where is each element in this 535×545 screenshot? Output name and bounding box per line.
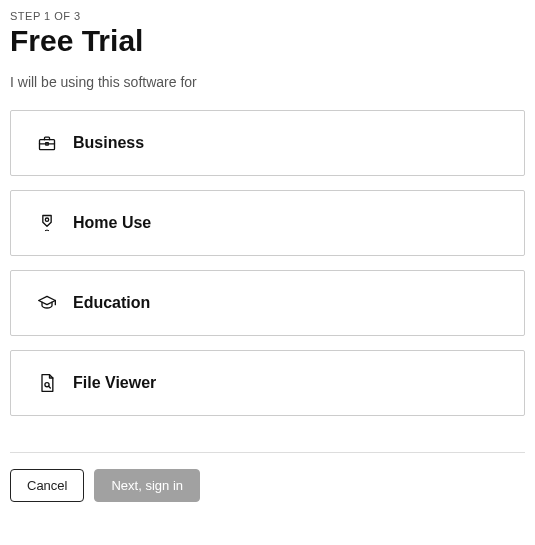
option-label: Home Use xyxy=(73,214,151,232)
option-label: Business xyxy=(73,134,144,152)
next-button[interactable]: Next, sign in xyxy=(94,469,200,502)
option-label: File Viewer xyxy=(73,374,156,392)
option-business[interactable]: Business xyxy=(10,110,525,176)
prompt-text: I will be using this software for xyxy=(10,74,525,90)
step-indicator: STEP 1 OF 3 xyxy=(10,10,525,22)
option-label: Education xyxy=(73,294,150,312)
page-title: Free Trial xyxy=(10,24,525,58)
option-home-use[interactable]: Home Use xyxy=(10,190,525,256)
option-list: Business Home Use Education File Viewer xyxy=(10,110,525,416)
option-file-viewer[interactable]: File Viewer xyxy=(10,350,525,416)
home-badge-icon xyxy=(37,213,57,233)
divider xyxy=(10,452,525,453)
svg-point-2 xyxy=(45,218,48,221)
file-viewer-icon xyxy=(37,373,57,393)
graduation-cap-icon xyxy=(37,293,57,313)
footer-buttons: Cancel Next, sign in xyxy=(10,469,525,502)
briefcase-icon xyxy=(37,133,57,153)
cancel-button[interactable]: Cancel xyxy=(10,469,84,502)
option-education[interactable]: Education xyxy=(10,270,525,336)
